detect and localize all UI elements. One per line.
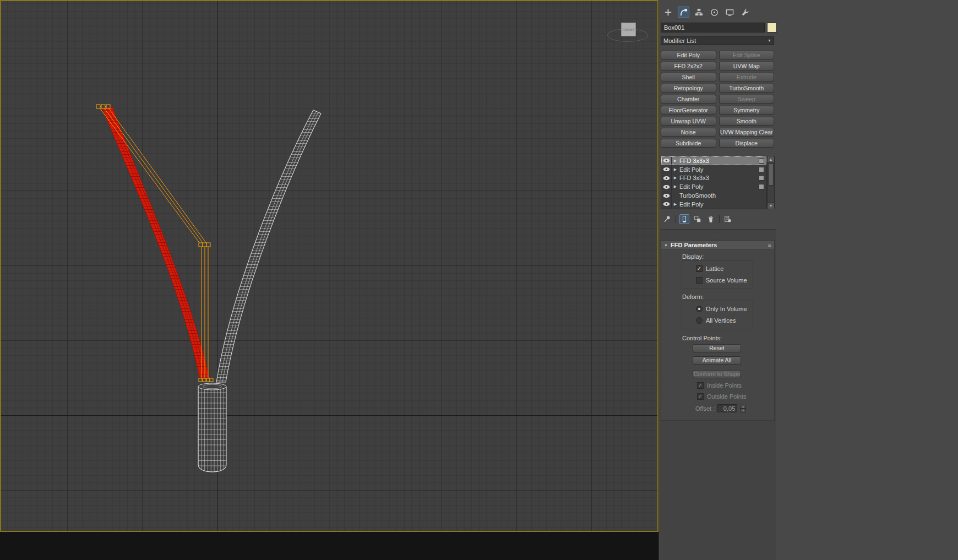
spin-up-icon: ▴ <box>740 405 746 409</box>
deform-section-label: Deform: <box>682 293 774 300</box>
modifier-button-sweep: Sweep <box>719 95 775 104</box>
only-in-volume-radio[interactable] <box>696 306 703 312</box>
modifier-stack-item[interactable]: ▶ Edit Poly <box>661 200 766 209</box>
modifier-button-subdivide[interactable]: Subdivide <box>661 139 716 148</box>
modifier-button-uvw-mapping-clear[interactable]: UVW Mapping Clear <box>719 128 775 137</box>
create-icon <box>664 8 672 17</box>
rollout-menu-icon[interactable]: ≡ <box>768 242 771 248</box>
tab-utilities[interactable] <box>739 7 751 18</box>
panel-divider <box>660 229 776 230</box>
expand-arrow-icon[interactable]: ▶ <box>672 176 679 180</box>
modifier-button-uvw-map[interactable]: UVW Map <box>719 62 775 70</box>
remove-modifier-button[interactable] <box>706 214 716 224</box>
motion-icon <box>710 8 718 17</box>
modifier-button-smooth[interactable]: Smooth <box>719 117 775 126</box>
modifier-button-turbosmooth[interactable]: TurboSmooth <box>719 84 775 93</box>
modifier-name: Edit Poly <box>679 201 766 208</box>
visibility-eye-icon[interactable] <box>661 174 672 183</box>
modifier-stack-item[interactable]: ▶ Edit Poly <box>661 165 766 174</box>
visibility-eye-icon[interactable] <box>661 182 672 191</box>
modifier-stack-item[interactable]: TurboSmooth <box>661 191 766 200</box>
red-branch <box>102 107 210 382</box>
tab-hierarchy[interactable] <box>693 7 705 18</box>
offset-input <box>717 404 737 412</box>
rollout-scroll-grip[interactable]: ······· <box>661 233 774 238</box>
rollout-header[interactable]: ▼ FFD Parameters ≡ <box>661 240 775 250</box>
inside-points-label: Inside Points <box>707 382 742 389</box>
object-name-field[interactable] <box>661 23 765 32</box>
modifier-stack-item[interactable]: ▶ FFD 3x3x3 <box>661 174 766 183</box>
source-volume-checkbox[interactable]: ✓ <box>696 277 703 284</box>
white-branch <box>216 110 321 382</box>
dropdown-arrow-icon: ▼ <box>768 39 771 42</box>
modifier-stack-item[interactable]: ▶ Edit Poly <box>661 182 766 191</box>
modifier-list-dropdown[interactable]: Modifier List ▼ <box>661 36 774 45</box>
expand-arrow-icon[interactable]: ▶ <box>672 202 679 206</box>
object-color-swatch[interactable] <box>767 23 777 32</box>
visibility-eye-icon[interactable] <box>661 156 672 165</box>
scroll-thumb[interactable] <box>768 164 774 186</box>
modifier-name: Edit Poly <box>679 166 759 173</box>
reset-button[interactable]: Reset <box>693 344 741 352</box>
lattice-checkbox[interactable]: ✓ <box>696 265 703 272</box>
modifier-button-retopology[interactable]: Retopology <box>661 84 716 93</box>
utilities-icon <box>741 8 749 17</box>
modifier-button-edit-poly[interactable]: Edit Poly <box>661 51 716 59</box>
outside-points-option: ✓ Outside Points <box>697 393 774 400</box>
modifier-stack-item[interactable]: ▶ FFD 3x3x3 <box>661 156 766 165</box>
inside-points-checkbox: ✓ <box>697 382 704 389</box>
modifier-button-unwrap-uvw[interactable]: Unwrap UVW <box>661 117 716 126</box>
modifier-toggle-box[interactable] <box>759 158 764 164</box>
modifier-button-symmetry[interactable]: Symmetry <box>719 106 775 115</box>
cylinder-base <box>198 383 226 472</box>
scene-object[interactable] <box>0 0 658 532</box>
toolbar-separator <box>676 215 676 223</box>
show-end-result-button[interactable] <box>679 214 689 224</box>
lattice-label: Lattice <box>706 265 723 272</box>
configure-modifier-sets-button[interactable] <box>723 214 733 224</box>
tab-display[interactable] <box>724 7 736 18</box>
stack-scrollbar[interactable]: ▲ ▼ <box>767 156 775 209</box>
stack-toolbar <box>662 214 733 224</box>
expand-arrow-icon[interactable]: ▶ <box>672 159 679 163</box>
viewcube-front-face[interactable]: FRONT <box>621 23 636 36</box>
visibility-eye-icon[interactable] <box>661 200 672 209</box>
modifier-toggle-box[interactable] <box>759 175 764 181</box>
toolbar-separator <box>719 215 720 223</box>
scroll-up-button[interactable]: ▲ <box>768 156 774 163</box>
all-vertices-radio[interactable] <box>696 317 703 324</box>
pin-stack-button[interactable] <box>662 214 672 224</box>
display-section-label: Display: <box>682 253 774 260</box>
visibility-eye-icon[interactable] <box>661 165 672 174</box>
tab-create[interactable] <box>662 7 674 18</box>
modifier-toggle-box[interactable] <box>759 167 764 172</box>
animate-all-button[interactable]: Animate All <box>693 356 741 365</box>
pin-icon <box>663 215 671 223</box>
modify-icon <box>679 8 688 17</box>
modifier-button-displace[interactable]: Displace <box>719 139 775 148</box>
modifier-toggle-box[interactable] <box>759 184 764 189</box>
visibility-eye-icon[interactable] <box>661 191 672 200</box>
expand-arrow-icon[interactable]: ▶ <box>672 184 679 189</box>
scroll-down-button[interactable]: ▼ <box>768 202 774 209</box>
modifier-button-ffd-2x2x2[interactable]: FFD 2x2x2 <box>661 62 716 70</box>
modifier-button-noise[interactable]: Noise <box>661 128 716 137</box>
modifier-name: Edit Poly <box>679 183 759 190</box>
tab-motion[interactable] <box>709 7 720 18</box>
viewport-front[interactable]: FRONT <box>0 0 658 560</box>
expand-arrow-icon[interactable]: ▶ <box>672 167 679 172</box>
modifier-button-chamfer[interactable]: Chamfer <box>661 95 716 104</box>
modifier-button-shell[interactable]: Shell <box>661 73 716 81</box>
only-in-volume-option[interactable]: Only In Volume <box>696 306 753 312</box>
modifier-button-floorgenerator[interactable]: FloorGenerator <box>661 106 716 115</box>
display-icon <box>726 8 734 17</box>
command-panel-tabs <box>662 7 751 18</box>
modifier-stack-list: ▶ FFD 3x3x3 ▶ Edit Poly ▶ FFD 3x3x3 ▶ Ed… <box>661 156 767 209</box>
source-volume-option[interactable]: ✓ Source Volume <box>696 277 753 284</box>
lattice-option[interactable]: ✓ Lattice <box>696 265 753 272</box>
offset-label: Offset : <box>695 405 715 412</box>
tab-modify[interactable] <box>678 7 689 18</box>
make-unique-button[interactable] <box>693 214 703 224</box>
viewcube[interactable]: FRONT <box>607 21 648 43</box>
all-vertices-option[interactable]: All Vertices <box>696 317 753 324</box>
